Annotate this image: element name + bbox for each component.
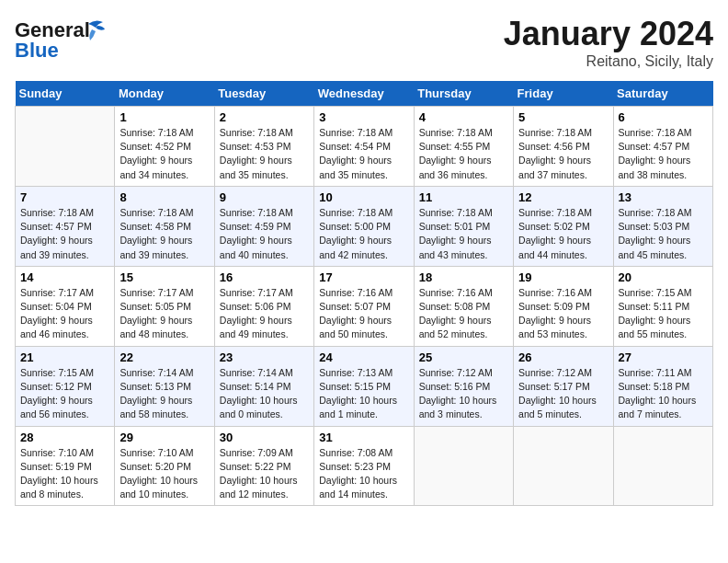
- calendar-cell: 31Sunrise: 7:08 AMSunset: 5:23 PMDayligh…: [314, 426, 414, 506]
- calendar-cell: 17Sunrise: 7:16 AMSunset: 5:07 PMDayligh…: [314, 266, 414, 346]
- day-number: 9: [220, 190, 309, 204]
- day-info: Sunrise: 7:17 AMSunset: 5:05 PMDaylight:…: [119, 286, 209, 342]
- day-number: 1: [119, 110, 209, 124]
- day-number: 23: [220, 350, 309, 364]
- day-number: 31: [319, 431, 408, 444]
- day-info: Sunrise: 7:18 AMSunset: 4:58 PMDaylight:…: [119, 206, 209, 262]
- day-info: Sunrise: 7:16 AMSunset: 5:09 PMDaylight:…: [518, 286, 608, 342]
- day-number: 8: [119, 190, 209, 204]
- day-info: Sunrise: 7:11 AMSunset: 5:18 PMDaylight:…: [619, 366, 708, 422]
- page-container: General Blue January 2024 Reitano, Sicil…: [0, 0, 728, 513]
- calendar-cell: 25Sunrise: 7:12 AMSunset: 5:16 PMDayligh…: [414, 346, 513, 426]
- day-number: 13: [619, 190, 708, 204]
- calendar-cell: 21Sunrise: 7:15 AMSunset: 5:12 PMDayligh…: [16, 346, 115, 426]
- day-number: 14: [20, 270, 109, 284]
- month-title: January 2024: [504, 15, 713, 53]
- day-info: Sunrise: 7:17 AMSunset: 5:04 PMDaylight:…: [20, 286, 109, 342]
- day-info: Sunrise: 7:15 AMSunset: 5:12 PMDaylight:…: [20, 366, 109, 422]
- day-info: Sunrise: 7:18 AMSunset: 4:57 PMDaylight:…: [20, 206, 109, 262]
- day-number: 25: [419, 350, 508, 364]
- day-info: Sunrise: 7:18 AMSunset: 5:02 PMDaylight:…: [518, 206, 608, 262]
- day-info: Sunrise: 7:08 AMSunset: 5:23 PMDaylight:…: [319, 446, 408, 502]
- day-info: Sunrise: 7:14 AMSunset: 5:14 PMDaylight:…: [220, 366, 309, 422]
- calendar-cell: 28Sunrise: 7:10 AMSunset: 5:19 PMDayligh…: [16, 426, 115, 506]
- day-info: Sunrise: 7:18 AMSunset: 5:03 PMDaylight:…: [619, 206, 708, 262]
- calendar-cell: 27Sunrise: 7:11 AMSunset: 5:18 PMDayligh…: [613, 346, 712, 426]
- day-number: 29: [119, 431, 209, 444]
- weekday-header-saturday: Saturday: [613, 81, 712, 107]
- calendar-cell: 8Sunrise: 7:18 AMSunset: 4:58 PMDaylight…: [115, 186, 214, 266]
- day-number: 17: [319, 270, 408, 284]
- calendar-week-4: 21Sunrise: 7:15 AMSunset: 5:12 PMDayligh…: [16, 346, 713, 426]
- day-info: Sunrise: 7:14 AMSunset: 5:13 PMDaylight:…: [119, 366, 209, 422]
- calendar-cell: 6Sunrise: 7:18 AMSunset: 4:57 PMDaylight…: [613, 107, 712, 187]
- calendar-cell: 22Sunrise: 7:14 AMSunset: 5:13 PMDayligh…: [115, 346, 214, 426]
- calendar-cell: 19Sunrise: 7:16 AMSunset: 5:09 PMDayligh…: [514, 266, 613, 346]
- day-number: 22: [119, 350, 209, 364]
- weekday-header-row: SundayMondayTuesdayWednesdayThursdayFrid…: [16, 81, 713, 107]
- calendar-cell: [514, 426, 613, 506]
- day-number: 6: [619, 110, 708, 124]
- calendar-cell: 5Sunrise: 7:18 AMSunset: 4:56 PMDaylight…: [514, 107, 613, 187]
- calendar-cell: 20Sunrise: 7:15 AMSunset: 5:11 PMDayligh…: [613, 266, 712, 346]
- day-number: 12: [518, 190, 608, 204]
- weekday-header-sunday: Sunday: [16, 81, 115, 107]
- day-number: 27: [619, 350, 708, 364]
- day-info: Sunrise: 7:18 AMSunset: 4:57 PMDaylight:…: [619, 126, 708, 182]
- calendar-week-5: 28Sunrise: 7:10 AMSunset: 5:19 PMDayligh…: [16, 426, 713, 506]
- logo: General Blue: [15, 15, 116, 66]
- calendar-cell: 4Sunrise: 7:18 AMSunset: 4:55 PMDaylight…: [414, 107, 513, 187]
- day-info: Sunrise: 7:12 AMSunset: 5:16 PMDaylight:…: [419, 366, 508, 422]
- day-info: Sunrise: 7:18 AMSunset: 4:53 PMDaylight:…: [220, 126, 309, 182]
- svg-text:Blue: Blue: [15, 39, 59, 62]
- calendar-table: SundayMondayTuesdayWednesdayThursdayFrid…: [15, 81, 713, 506]
- day-number: 28: [20, 431, 109, 444]
- calendar-cell: 16Sunrise: 7:17 AMSunset: 5:06 PMDayligh…: [214, 266, 313, 346]
- day-number: 10: [319, 190, 408, 204]
- weekday-header-monday: Monday: [115, 81, 214, 107]
- day-number: 16: [220, 270, 309, 284]
- calendar-cell: 12Sunrise: 7:18 AMSunset: 5:02 PMDayligh…: [514, 186, 613, 266]
- location: Reitano, Sicily, Italy: [504, 53, 713, 70]
- day-number: 3: [319, 110, 408, 124]
- calendar-cell: [16, 107, 115, 187]
- day-info: Sunrise: 7:17 AMSunset: 5:06 PMDaylight:…: [220, 286, 309, 342]
- day-number: 30: [220, 431, 309, 444]
- calendar-week-3: 14Sunrise: 7:17 AMSunset: 5:04 PMDayligh…: [16, 266, 713, 346]
- day-info: Sunrise: 7:18 AMSunset: 4:55 PMDaylight:…: [419, 126, 508, 182]
- calendar-cell: 2Sunrise: 7:18 AMSunset: 4:53 PMDaylight…: [214, 107, 313, 187]
- day-number: 11: [419, 190, 508, 204]
- calendar-cell: [414, 426, 513, 506]
- calendar-cell: 26Sunrise: 7:12 AMSunset: 5:17 PMDayligh…: [514, 346, 613, 426]
- day-info: Sunrise: 7:10 AMSunset: 5:19 PMDaylight:…: [20, 446, 109, 502]
- day-number: 7: [20, 190, 109, 204]
- logo-text: General Blue: [15, 15, 116, 66]
- weekday-header-wednesday: Wednesday: [314, 81, 414, 107]
- calendar-cell: 11Sunrise: 7:18 AMSunset: 5:01 PMDayligh…: [414, 186, 513, 266]
- calendar-cell: 13Sunrise: 7:18 AMSunset: 5:03 PMDayligh…: [613, 186, 712, 266]
- day-info: Sunrise: 7:18 AMSunset: 4:52 PMDaylight:…: [119, 126, 209, 182]
- day-number: 5: [518, 110, 608, 124]
- day-info: Sunrise: 7:18 AMSunset: 5:00 PMDaylight:…: [319, 206, 408, 262]
- day-number: 18: [419, 270, 508, 284]
- calendar-cell: 24Sunrise: 7:13 AMSunset: 5:15 PMDayligh…: [314, 346, 414, 426]
- calendar-cell: [613, 426, 712, 506]
- calendar-cell: 23Sunrise: 7:14 AMSunset: 5:14 PMDayligh…: [214, 346, 313, 426]
- calendar-cell: 3Sunrise: 7:18 AMSunset: 4:54 PMDaylight…: [314, 107, 414, 187]
- weekday-header-tuesday: Tuesday: [214, 81, 313, 107]
- calendar-cell: 29Sunrise: 7:10 AMSunset: 5:20 PMDayligh…: [115, 426, 214, 506]
- calendar-cell: 10Sunrise: 7:18 AMSunset: 5:00 PMDayligh…: [314, 186, 414, 266]
- day-number: 26: [518, 350, 608, 364]
- day-info: Sunrise: 7:09 AMSunset: 5:22 PMDaylight:…: [220, 446, 309, 502]
- day-info: Sunrise: 7:16 AMSunset: 5:07 PMDaylight:…: [319, 286, 408, 342]
- day-info: Sunrise: 7:18 AMSunset: 4:54 PMDaylight:…: [319, 126, 408, 182]
- day-info: Sunrise: 7:18 AMSunset: 4:59 PMDaylight:…: [220, 206, 309, 262]
- day-number: 15: [119, 270, 209, 284]
- day-number: 21: [20, 350, 109, 364]
- day-number: 19: [518, 270, 608, 284]
- weekday-header-friday: Friday: [514, 81, 613, 107]
- day-number: 2: [220, 110, 309, 124]
- page-header: General Blue January 2024 Reitano, Sicil…: [15, 15, 713, 70]
- calendar-cell: 15Sunrise: 7:17 AMSunset: 5:05 PMDayligh…: [115, 266, 214, 346]
- calendar-cell: 30Sunrise: 7:09 AMSunset: 5:22 PMDayligh…: [214, 426, 313, 506]
